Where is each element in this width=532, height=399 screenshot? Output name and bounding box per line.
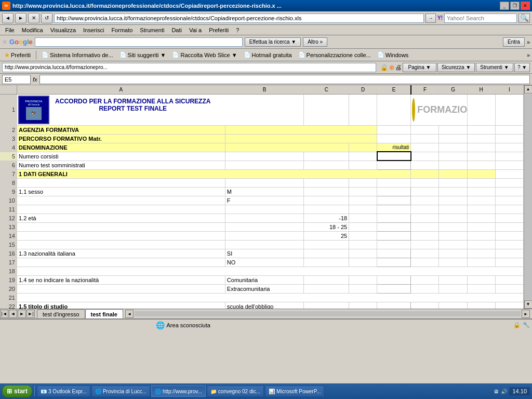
cell-b17[interactable]: NO [225,258,304,267]
cell-c5[interactable] [304,152,349,161]
cell-d14[interactable] [349,231,377,240]
cell-h5[interactable] [467,152,495,161]
menu-modifica[interactable]: Modifica [19,26,46,34]
cell-a10[interactable] [17,196,225,205]
cell-f4[interactable] [411,143,439,152]
cell-e15[interactable] [377,240,411,249]
cell-c20[interactable] [304,284,349,293]
cell-e20[interactable] [377,284,411,293]
cell-d17[interactable] [349,258,377,267]
cell-g11[interactable] [439,205,467,214]
cell-f13[interactable] [411,222,439,231]
tab-last-button[interactable]: ►| [26,310,35,318]
cell-i3[interactable] [495,134,523,143]
cell-c15[interactable] [304,240,349,249]
cell-a21[interactable] [17,293,524,302]
cell-f11[interactable] [411,205,439,214]
cell-f9[interactable] [411,187,439,196]
bookmark-raccolta[interactable]: 📄 Raccolta Web Slice ▼ [170,51,239,59]
cell-a15[interactable] [17,240,225,249]
cell-e2[interactable] [377,125,411,134]
cell-b13[interactable] [225,222,304,231]
cell-c13[interactable]: 18 - 25 [304,222,349,231]
cell-h6[interactable] [467,161,495,169]
sheet-tab-test-ingresso[interactable]: test d'ingresso [37,309,85,318]
cell-i9[interactable] [495,187,523,196]
cell-d15[interactable] [349,240,377,249]
cell-g9[interactable] [439,187,467,196]
cell-d4[interactable] [349,143,377,152]
cell-i19[interactable] [495,275,523,284]
toolbar-expand[interactable]: » [527,39,530,45]
page-button[interactable]: Pagina ▼ [403,63,436,72]
cell-a6[interactable]: Numero test somministrati [17,161,225,169]
cell-i14[interactable] [495,231,523,240]
cell-b8[interactable] [225,178,304,187]
forward-button[interactable]: ► [15,13,26,23]
h-scroll-thumb[interactable] [135,311,521,316]
cell-b12[interactable] [225,214,304,222]
scroll-down-button[interactable]: ▼ [524,300,533,309]
cell-i11[interactable] [495,205,523,214]
menu-vai-a[interactable]: Vai a [186,26,205,34]
cell-b6[interactable] [225,161,304,169]
scroll-thumb[interactable] [525,94,532,300]
cell-i8[interactable] [495,178,523,187]
cell-h10[interactable] [467,196,495,205]
cell-a19[interactable]: 1.4 se no indicare la nazionalità [17,275,225,284]
cell-g22[interactable] [439,302,467,309]
bookmark-windows[interactable]: 📄 Windows [375,51,411,59]
cell-e19[interactable] [377,275,411,284]
cell-f22[interactable] [411,302,439,309]
cell-e14[interactable] [377,231,411,240]
cell-e10[interactable] [377,196,411,205]
taskbar-powerpoint[interactable]: 📊 Microsoft PowerP... [265,385,324,397]
cell-a16[interactable]: 1.3 nazionalità italiana [17,249,225,258]
cell-b5[interactable] [225,152,304,161]
cell-e9[interactable] [377,187,411,196]
entra-button[interactable]: Entra [503,37,525,47]
cell-e17[interactable] [377,258,411,267]
cell-e5-selected[interactable] [377,152,411,161]
cell-i2[interactable] [495,125,523,134]
cell-b16[interactable]: SI [225,249,304,258]
cell-d9[interactable] [349,187,377,196]
cell-f8[interactable] [411,178,439,187]
cell-h15[interactable] [467,240,495,249]
cell-f7[interactable] [411,169,439,178]
cell-a20[interactable] [17,284,225,293]
cell-c6[interactable] [304,161,349,169]
cell-f16[interactable] [411,249,439,258]
go-button[interactable]: → [425,14,436,23]
cell-d12[interactable] [349,214,377,222]
cell-h4[interactable] [467,143,495,152]
cell-d6[interactable] [349,161,377,169]
cell-d8[interactable] [349,178,377,187]
scroll-right-button[interactable]: ► [522,310,530,318]
cell-h17[interactable] [467,258,495,267]
cell-a5[interactable]: Numero corsisti [17,152,225,161]
cell-c10[interactable] [304,196,349,205]
cell-a4[interactable]: DENOMINAZIONE [17,143,225,152]
menu-visualizza[interactable]: Visualizza [47,26,79,34]
cell-c11[interactable] [304,205,349,214]
search-button[interactable]: 🔍 [518,14,530,23]
menu-dati[interactable]: Dati [168,26,185,34]
cell-c14[interactable]: 25 [304,231,349,240]
cell-g7[interactable] [439,169,467,178]
cell-f1[interactable]: ISTITUTO PERLA FORMAZIONEPROFESSIONALE F… [411,94,467,125]
tab-next-button[interactable]: ► [18,310,26,318]
taskbar-convegno[interactable]: 📁 convegno 02 dic... [207,385,264,397]
cell-a13[interactable] [17,222,225,231]
cell-d10[interactable] [349,196,377,205]
menu-formato[interactable]: Formato [108,26,136,34]
menu-inserisci[interactable]: Inserisci [80,26,107,34]
cell-b20[interactable]: Extracomunitaria [225,284,304,293]
cell-e1[interactable] [377,94,411,125]
cell-i7[interactable] [495,169,523,178]
cell-f5[interactable] [411,152,439,161]
cell-h12[interactable] [467,214,495,222]
cell-c12[interactable]: -18 [304,214,349,222]
cell-d20[interactable] [349,284,377,293]
cell-f3[interactable] [411,134,439,143]
